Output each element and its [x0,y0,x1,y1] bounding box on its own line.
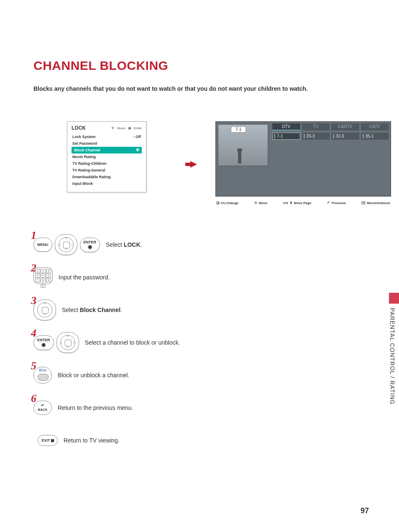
figures: LOCK ✢ Move ◉ Enter Lock System: Off Set… [67,121,370,222]
lock-item: Lock System: Off [72,133,142,140]
side-tab-accent [389,293,399,304]
move-icon: ✢ [111,126,115,130]
channel-item: 20-3 [302,133,330,140]
lock-menu-hints: ✢ Move ◉ Enter [111,126,142,130]
dpad-vertical-button[interactable]: ˄˅ [33,299,56,320]
tab-tv: TV [302,123,330,130]
hint-move: Move [117,126,125,130]
step-text: Select Block Channel. [62,307,122,313]
legend-bar: Ch.Change ✢Move CH⬍Move Page ↶Previous B… [215,199,391,207]
tab-catv: CATV [361,123,389,130]
step-number: 3 [31,294,36,307]
step-text: Return to the previous menu. [58,404,133,411]
enter-button[interactable]: ENTER◉ [33,335,54,350]
intro-text: Blocks any channels that you do not want… [33,85,370,92]
lock-item: Input Block [72,180,142,187]
dpad-button[interactable]: ˄˅‹› [55,234,77,255]
channel-item-selected: 7-1 [272,133,300,140]
step-text: Input the password. [59,274,110,281]
step-number: 6 [31,392,36,405]
lock-item: Downloadable Rating [72,174,142,180]
lock-item: Movie Rating [72,153,142,160]
tab-cadtv: CADTV [331,123,359,130]
legend-ch: CH [283,201,288,205]
step-4: 4 ENTER◉ ˄˅‹› Select a channel to block … [33,332,370,353]
enter-button[interactable]: ENTER◉ [80,238,100,252]
lighthouse-graphic [238,151,241,164]
lock-menu-panel: LOCK ✢ Move ◉ Enter Lock System: Off Set… [67,121,146,192]
step-5: 5 Blue Block or unblock a channel. [33,365,370,386]
enter-icon: ◉ [128,126,131,130]
legend-block: Block/Unblock [367,201,390,205]
lock-item: TV Rating-Children [72,160,142,167]
step-text: Return to TV viewing. [64,437,120,444]
side-tab: PARENTAL CONTROL / RATING [389,293,399,410]
step-text: Block or unblock a channel. [58,372,129,379]
channel-item: 31-5 [331,133,359,140]
lock-menu-title: LOCK [72,125,86,131]
channel-list-panel: 7-1 DTV TV CADTV CATV 7-1 20-3 31-5 35-1 [215,121,391,197]
section-label: PARENTAL CONTROL / RATING [389,308,396,405]
enter-icon [216,201,220,205]
move-icon: ✢ [254,201,258,205]
step-exit: EXIT Return to TV viewing. [33,430,370,451]
step-text: Select LOCK. [106,241,142,248]
step-2: 2 123456789 0 Input the password. [33,267,370,288]
step-number: 4 [31,327,36,340]
page-number: 97 [361,506,369,515]
legend-movepage: Move Page [294,201,312,205]
preview-thumbnail: 7-1 [218,124,268,166]
lock-item-selected: Block Channel [72,147,142,153]
legend-move: Move [259,201,267,205]
step-number: 2 [31,262,36,274]
step-text: Select a channel to block or unblock. [85,339,180,346]
exit-square-icon [51,439,54,442]
step-1: 1 MENU ˄˅‹› ENTER◉ Select LOCK. [33,234,370,255]
dpad-button[interactable]: ˄˅‹› [56,332,79,353]
lock-item: TV Rating-General [72,167,142,174]
step-6: 6 ↶BACK Return to the previous menu. [33,397,370,418]
block-icon [361,201,366,205]
step-number: 1 [31,229,36,242]
selected-dot-icon [136,148,139,151]
step-3: 3 ˄˅ Select Block Channel. [33,299,370,320]
updown-icon: ⬍ [289,201,293,205]
legend-chchange: Ch.Change [221,201,238,205]
channel-item: 35-1 [361,133,389,140]
tab-dtv: DTV [272,123,300,130]
lock-item: Set Password [72,140,142,147]
legend-previous: Previous [332,201,346,205]
arrow-right-icon [190,161,197,168]
page-title: CHANNEL BLOCKING [33,59,370,73]
steps: 1 MENU ˄˅‹› ENTER◉ Select LOCK. 2 123456… [33,234,370,451]
exit-button[interactable]: EXIT [38,435,58,446]
back-arrow-icon: ↶ [327,201,330,205]
hint-enter: Enter [134,126,142,130]
step-number: 5 [31,360,36,372]
preview-channel: 7-1 [231,126,246,133]
